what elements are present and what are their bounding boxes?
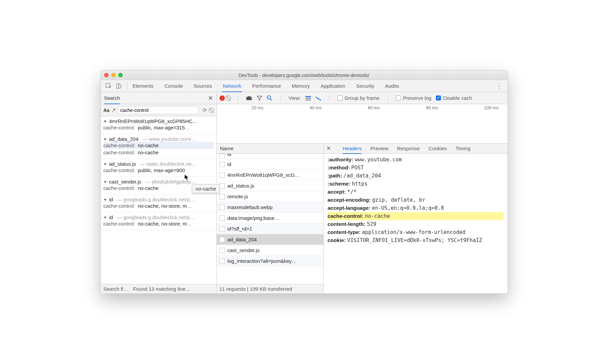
tab-network[interactable]: Network: [222, 80, 242, 92]
separator: [329, 94, 329, 102]
tab-elements[interactable]: Elements: [132, 80, 155, 92]
request-name: ad_data_204: [228, 237, 257, 242]
table-row[interactable]: id: [217, 159, 323, 170]
request-name: data:image/png;base…: [228, 215, 280, 221]
request-name: log_interaction?alt=json&key…: [228, 258, 297, 264]
table-row[interactable]: data:image/png;base…: [217, 213, 323, 224]
disclosure-icon: ▼: [104, 180, 107, 184]
tab-console[interactable]: Console: [164, 80, 184, 92]
tab-audits[interactable]: Audits: [384, 80, 400, 92]
header-line[interactable]: content-type: application/x-www-form-url…: [328, 228, 503, 236]
header-line[interactable]: accept-language: en-US,en;q=0.9,la;q=0.8: [328, 204, 503, 212]
search-drawer-title: Search: [104, 95, 120, 104]
group-by-frame-checkbox[interactable]: Group by frame: [337, 95, 379, 101]
search-result-line[interactable]: cache-control: no-cache: [104, 149, 214, 156]
table-row[interactable]: ad_status.js: [217, 180, 323, 191]
network-timeline[interactable]: 20 ms40 ms60 ms80 ms100 ms: [217, 104, 508, 144]
waterfall-icon[interactable]: [316, 96, 321, 100]
header-line[interactable]: :authority: www.youtube.com: [328, 156, 503, 164]
view-label: View:: [289, 95, 301, 101]
file-icon: [219, 205, 225, 210]
search-result-group[interactable]: ▼ad_status.js— static.doubleclick.ne…cac…: [101, 159, 216, 177]
close-details-icon[interactable]: ✕: [326, 145, 331, 152]
search-drawer-header: Search ✕: [101, 92, 216, 104]
disable-cache-checkbox[interactable]: ✓Disable cach: [436, 95, 472, 101]
name-column-header[interactable]: Name: [220, 146, 234, 151]
search-result-line[interactable]: cache-control: public, max-age=900: [104, 167, 214, 174]
header-line[interactable]: cookie: VISITOR_INFO1_LIVE=dDk0-xTswPs; …: [328, 236, 503, 244]
tab-sources[interactable]: Sources: [193, 80, 213, 92]
tab-performance[interactable]: Performance: [251, 80, 282, 92]
table-row[interactable]: maxresdefault.webp: [217, 202, 323, 213]
timeline-tick: 60 ms: [333, 105, 391, 110]
detail-tab-preview[interactable]: Preview: [370, 144, 388, 153]
tab-security[interactable]: Security: [356, 80, 375, 92]
file-icon: [219, 162, 225, 167]
select-element-icon[interactable]: [104, 82, 114, 90]
search-result-group[interactable]: ▼id— googleads.g.doubleclick.net/p…cache…: [101, 212, 216, 230]
refresh-search-icon[interactable]: ⟳: [201, 107, 208, 113]
header-line[interactable]: content-length: 529: [328, 220, 503, 228]
request-details: ✕ HeadersPreviewResponseCookiesTiming :a…: [324, 144, 508, 293]
request-name: 4mrRnEPnWo81qWPG8_xcG…: [228, 172, 300, 178]
more-options-icon[interactable]: ⋮: [493, 82, 505, 90]
table-row[interactable]: 4mrRnEPnWo81qWPG8_xcG…: [217, 170, 323, 180]
search-result-line[interactable]: cache-control: no-cache: [104, 142, 214, 149]
detail-tab-timing[interactable]: Timing: [455, 144, 470, 153]
svg-line-6: [270, 99, 272, 100]
table-row[interactable]: cast_sender.js: [217, 245, 323, 256]
result-domain: — googleads.g.doubleclick.net/p…: [117, 214, 195, 220]
tab-memory[interactable]: Memory: [291, 80, 311, 92]
search-result-group[interactable]: ▼4mrRnEPnWo81qWPG8_xcGP85HC...cache-cont…: [101, 116, 216, 134]
table-row[interactable]: ad_data_204: [217, 234, 323, 245]
result-domain: — static.doubleclick.ne…: [140, 161, 196, 167]
tooltip: no-cache: [192, 184, 220, 193]
screenshots-icon[interactable]: [246, 96, 252, 100]
preserve-log-checkbox[interactable]: Preserve log: [396, 95, 431, 101]
table-row[interactable]: remote.js: [217, 191, 323, 202]
file-icon: [219, 226, 225, 232]
header-line[interactable]: :scheme: https: [328, 180, 503, 188]
header-line[interactable]: :method: POST: [328, 164, 503, 172]
table-row[interactable]: id: [217, 154, 323, 159]
svg-rect-3: [246, 97, 252, 100]
requests-list: id id4mrRnEPnWo81qWPG8_xcG…ad_status.jsr…: [217, 154, 323, 284]
record-button[interactable]: [219, 95, 225, 101]
tab-application[interactable]: Application: [320, 80, 346, 92]
svg-point-5: [267, 96, 271, 99]
detail-tab-response[interactable]: Response: [397, 144, 420, 153]
search-result-line[interactable]: cache-control: no-cache, no-store, m…: [104, 220, 214, 227]
match-case-toggle[interactable]: Aa: [104, 108, 110, 113]
regex-toggle[interactable]: .*: [112, 108, 115, 113]
search-result-group[interactable]: ▼ad_data_204— www.youtube.com/…cache-con…: [101, 134, 216, 159]
detail-tab-cookies[interactable]: Cookies: [429, 144, 447, 153]
header-line[interactable]: accept-encoding: gzip, deflate, br: [328, 196, 503, 204]
filter-icon[interactable]: [257, 96, 262, 100]
network-panel: ⃠ View:: [217, 92, 508, 293]
header-line[interactable]: cache-control: no-cache: [328, 212, 503, 220]
header-line[interactable]: accept: */*: [328, 188, 503, 196]
file-icon: [219, 183, 225, 189]
disclosure-icon: ▼: [104, 119, 107, 123]
search-icon[interactable]: [267, 95, 272, 101]
clear-search-icon[interactable]: ⃠: [211, 107, 214, 113]
titlebar: DevTools - developers.google.com/web/too…: [101, 71, 508, 80]
separator: [238, 94, 238, 102]
network-toolbar: ⃠ View:: [217, 92, 508, 104]
table-row[interactable]: log_interaction?alt=json&key…: [217, 256, 323, 267]
svg-rect-10: [316, 97, 317, 98]
close-search-icon[interactable]: ✕: [208, 94, 213, 102]
search-input[interactable]: [118, 106, 199, 114]
detail-tab-headers[interactable]: Headers: [343, 144, 362, 154]
search-result-line[interactable]: cache-control: public, max-age=315…: [104, 124, 214, 131]
device-toolbar-icon[interactable]: [114, 82, 124, 90]
search-result-group[interactable]: ▼id— googleads.g.doubleclick.net/p…cache…: [101, 195, 216, 212]
result-file-name: 4mrRnEPnWo81qWPG8_xcGP85HC...: [109, 118, 197, 124]
table-row[interactable]: id?slf_rd=1: [217, 224, 323, 234]
search-result-line[interactable]: cache-control: no-cache, no-store, m…: [104, 202, 214, 209]
result-file-name: id: [109, 197, 113, 202]
header-line[interactable]: :path: /ad_data_204: [328, 172, 503, 180]
large-rows-icon[interactable]: [306, 96, 311, 100]
disclosure-icon: ▼: [104, 162, 107, 166]
separator: [127, 82, 127, 90]
